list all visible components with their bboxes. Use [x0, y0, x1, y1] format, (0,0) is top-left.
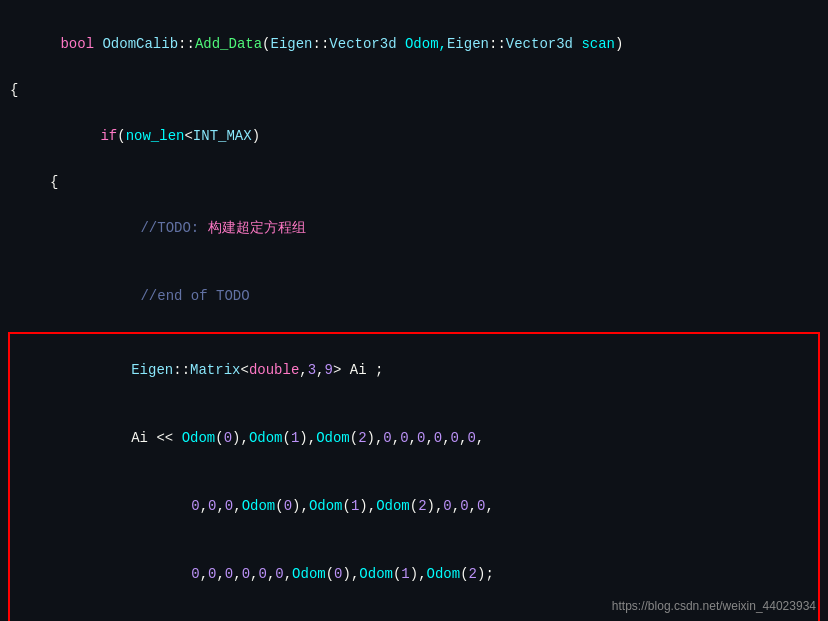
ppp4: ),	[410, 566, 427, 582]
op-shift: <<	[156, 430, 181, 446]
nn0-2: 0	[284, 498, 292, 514]
zeros-2: 0	[400, 430, 408, 446]
c2: ,	[409, 430, 417, 446]
num-3-1: 3	[308, 362, 316, 378]
p4: ),	[299, 430, 316, 446]
code-line-7: Eigen::Matrix<double,3,9> Ai ;	[14, 336, 814, 404]
cc6: ,	[485, 498, 493, 514]
ccc6: ,	[284, 566, 292, 582]
p2: ),	[232, 430, 249, 446]
paren-close: )	[615, 36, 623, 52]
eigen-matrix-type: Eigen	[131, 362, 173, 378]
paren-if: (	[117, 128, 125, 144]
comment-end-todo: //end of TODO	[140, 288, 249, 304]
eigen-vec2: Eigen	[447, 36, 489, 52]
ppp5: (	[460, 566, 468, 582]
scope-op: ::	[178, 36, 195, 52]
odom-1-2: Odom	[309, 498, 343, 514]
semicolon1: ;	[375, 362, 383, 378]
n2-1: 2	[358, 430, 366, 446]
nnn1: 1	[401, 566, 409, 582]
odom-2-3: Odom	[427, 566, 461, 582]
odom-2-2: Odom	[376, 498, 410, 514]
z11: 0	[460, 498, 468, 514]
num-9: 9	[325, 362, 333, 378]
nnn2: 2	[469, 566, 477, 582]
var-now-len: now_len	[126, 128, 185, 144]
pp1: (	[275, 498, 283, 514]
brace-open-1: {	[10, 82, 18, 98]
code-line-4: {	[0, 170, 828, 194]
highlighted-block: Eigen::Matrix<double,3,9> Ai ; Ai << Odo…	[8, 332, 820, 621]
ppp6: );	[477, 566, 494, 582]
paren-open: (	[262, 36, 270, 52]
c4: ,	[442, 430, 450, 446]
ai-var-1: Ai	[131, 430, 156, 446]
pp3: (	[343, 498, 351, 514]
vector3d-1: Vector3d	[329, 36, 396, 52]
ppp2: ),	[343, 566, 360, 582]
scope-op3: ::	[489, 36, 506, 52]
code-line-3: if(now_len<INT_MAX)	[0, 102, 828, 170]
ccc1: ,	[200, 566, 208, 582]
p3: (	[283, 430, 291, 446]
code-line-8: Ai << Odom(0),Odom(1),Odom(2),0,0,0,0,0,…	[14, 404, 814, 472]
param-odom: Odom,	[397, 36, 447, 52]
odom-2: Odom	[316, 430, 350, 446]
zeros-5: 0	[451, 430, 459, 446]
pp6: ),	[427, 498, 444, 514]
zeros-6: 0	[467, 430, 475, 446]
z9: 0	[225, 498, 233, 514]
p1: (	[215, 430, 223, 446]
code-line-9: 0,0,0,Odom(0),Odom(1),Odom(2),0,0,0,	[14, 472, 814, 540]
z13: 0	[191, 566, 199, 582]
keyword-if: if	[100, 128, 117, 144]
code-line-6: //end of TODO	[0, 262, 828, 330]
cc2: ,	[216, 498, 224, 514]
nn2-2: 2	[418, 498, 426, 514]
code-line-5: //TODO: 构建超定方程组	[0, 194, 828, 262]
param-scan: scan	[573, 36, 615, 52]
ppp1: (	[326, 566, 334, 582]
c6: ,	[476, 430, 484, 446]
zeros-1: 0	[383, 430, 391, 446]
ccc3: ,	[233, 566, 241, 582]
angle-close: >	[333, 362, 350, 378]
cc3: ,	[233, 498, 241, 514]
c1: ,	[392, 430, 400, 446]
op-lt: <	[184, 128, 192, 144]
nnn0: 0	[334, 566, 342, 582]
z16: 0	[242, 566, 250, 582]
type-double: double	[249, 362, 299, 378]
cc4: ,	[452, 498, 460, 514]
c3: ,	[425, 430, 433, 446]
code-container: bool OdomCalib::Add_Data(Eigen::Vector3d…	[0, 0, 828, 621]
pp2: ),	[292, 498, 309, 514]
scope-op2: ::	[313, 36, 330, 52]
brace-open-2: {	[50, 174, 58, 190]
var-ai: Ai	[350, 362, 375, 378]
p6: ),	[367, 430, 384, 446]
odom-1-3: Odom	[359, 566, 393, 582]
vector3d-2: Vector3d	[506, 36, 573, 52]
watermark: https://blog.csdn.net/weixin_44023934	[612, 599, 816, 613]
z10: 0	[443, 498, 451, 514]
odom-1: Odom	[249, 430, 283, 446]
code-line-1: bool OdomCalib::Add_Data(Eigen::Vector3d…	[0, 10, 828, 78]
comment-cn-text: 构建超定方程组	[208, 220, 306, 236]
angle-open: <	[240, 362, 248, 378]
code-line-2: {	[0, 78, 828, 102]
z15: 0	[225, 566, 233, 582]
eigen-vec1: Eigen	[271, 36, 313, 52]
ccc2: ,	[216, 566, 224, 582]
class-odomcalib: OdomCalib	[102, 36, 178, 52]
odom-0-3: Odom	[292, 566, 326, 582]
func-add-data: Add_Data	[195, 36, 262, 52]
const-int-max: INT_MAX	[193, 128, 252, 144]
odom-0-2: Odom	[242, 498, 276, 514]
p5: (	[350, 430, 358, 446]
z17: 0	[258, 566, 266, 582]
pp5: (	[410, 498, 418, 514]
comma1: ,	[299, 362, 307, 378]
cc5: ,	[469, 498, 477, 514]
